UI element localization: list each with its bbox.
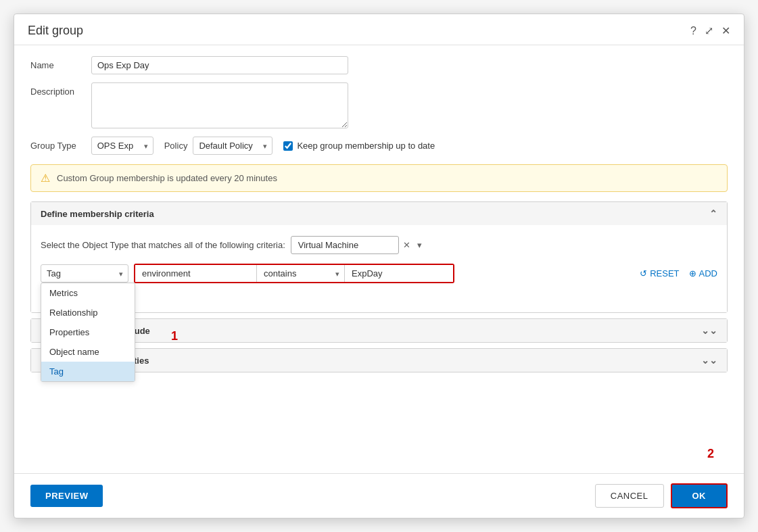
- description-label: Description: [30, 82, 91, 97]
- dialog-title: Edit group: [28, 24, 83, 38]
- object-type-select-wrapper: Virtual Machine ✕ ▾: [291, 236, 423, 254]
- dialog-footer: PREVIEW CANCEL OK: [14, 473, 744, 518]
- footer-right: CANCEL OK: [595, 483, 728, 508]
- group-type-select[interactable]: OPS Exp: [91, 137, 153, 155]
- assign-custom-chevron: ⌄⌄: [701, 355, 717, 366]
- ok-label: OK: [692, 491, 707, 501]
- define-criteria-panel: Define membership criteria ⌃ Select the …: [30, 201, 728, 313]
- define-criteria-header[interactable]: Define membership criteria ⌃: [31, 202, 727, 225]
- preview-label: PREVIEW: [45, 491, 88, 501]
- dropdown-item-relationship[interactable]: Relationship: [41, 303, 135, 322]
- cancel-button[interactable]: CANCEL: [595, 484, 664, 508]
- warning-banner: ⚠ Custom Group membership is updated eve…: [30, 164, 728, 192]
- criteria-contains-select[interactable]: contains equals starts with: [257, 265, 345, 282]
- object-type-controls: ✕ ▾: [402, 240, 423, 250]
- policy-select[interactable]: Default Policy: [193, 137, 273, 155]
- object-type-select[interactable]: Virtual Machine: [291, 236, 399, 254]
- ok-button[interactable]: OK: [671, 483, 728, 508]
- criteria-inner: contains equals starts with: [134, 264, 454, 283]
- warning-icon: ⚠: [41, 172, 50, 185]
- annotation-1: 1: [171, 329, 178, 343]
- dropdown-item-metrics[interactable]: Metrics: [41, 283, 135, 303]
- objects-exclude-chevron: ⌄⌄: [701, 325, 717, 336]
- group-type-label: Group Type: [30, 141, 76, 151]
- dropdown-item-properties[interactable]: Properties: [41, 322, 135, 342]
- keep-membership-label[interactable]: Keep group membership up to date: [283, 141, 435, 151]
- keep-membership-text: Keep group membership up to date: [297, 141, 435, 151]
- add-icon: ⊕: [689, 268, 696, 279]
- warning-text: Custom Group membership is updated every…: [57, 173, 277, 183]
- criteria-row: Tag Metrics Relationship Properties Obje…: [41, 264, 717, 283]
- dialog-header: Edit group ? ⤢ ✕: [14, 14, 744, 45]
- or-add-row: ⊕ OR ⊕ A SET: [41, 291, 717, 301]
- policy-section: Policy Default Policy: [164, 137, 273, 155]
- add-button[interactable]: ⊕ ADD: [689, 268, 717, 279]
- reset-icon: ↺: [640, 268, 647, 279]
- help-icon[interactable]: ?: [690, 25, 696, 37]
- expand-icon[interactable]: ⤢: [705, 24, 713, 37]
- dropdown-object-type-btn[interactable]: ▾: [416, 240, 423, 250]
- group-type-select-wrapper: OPS Exp: [91, 137, 153, 155]
- group-type-row: Group Type OPS Exp Policy Default Policy…: [30, 137, 728, 155]
- edit-group-dialog: Edit group ? ⤢ ✕ Name Description Group …: [14, 14, 744, 518]
- close-icon[interactable]: ✕: [721, 24, 730, 37]
- dropdown-item-object-name[interactable]: Object name: [41, 342, 135, 362]
- reset-button[interactable]: ↺ RESET: [640, 268, 679, 279]
- dropdown-item-tag[interactable]: Tag: [41, 362, 135, 381]
- reset-label: RESET: [650, 268, 679, 279]
- policy-select-wrapper: Default Policy: [193, 137, 273, 155]
- dialog-header-icons: ? ⤢ ✕: [690, 24, 730, 37]
- clear-object-type-btn[interactable]: ✕: [402, 240, 412, 250]
- define-criteria-body: Select the Object Type that matches all …: [31, 225, 727, 312]
- criteria-value-input[interactable]: [345, 265, 453, 282]
- description-textarea[interactable]: [91, 82, 348, 128]
- criteria-contains-wrapper: contains equals starts with: [257, 265, 345, 282]
- criteria-environment-input[interactable]: [135, 265, 257, 282]
- define-criteria-chevron: ⌃: [709, 208, 717, 219]
- name-input[interactable]: [91, 56, 348, 74]
- name-row: Name: [30, 56, 728, 74]
- tag-select-wrapper: Tag Metrics Relationship Properties Obje…: [41, 264, 128, 283]
- define-criteria-title: Define membership criteria: [41, 209, 154, 219]
- object-type-row: Select the Object Type that matches all …: [41, 236, 717, 254]
- annotation-2: 2: [707, 447, 714, 461]
- add-label: ADD: [699, 268, 717, 279]
- dialog-body: Name Description Group Type OPS Exp Poli…: [14, 45, 744, 473]
- objects-exclude-header[interactable]: Objects to always exclude ⌄⌄: [31, 319, 727, 342]
- tag-dropdown-menu: Metrics Relationship Properties Object n…: [41, 283, 135, 382]
- criteria-actions: ↺ RESET ⊕ ADD: [640, 268, 717, 279]
- description-row: Description: [30, 82, 728, 128]
- keep-membership-checkbox[interactable]: [283, 141, 293, 151]
- name-label: Name: [30, 56, 91, 70]
- policy-label: Policy: [164, 141, 188, 151]
- assign-custom-header[interactable]: Assign custom properties ⌄⌄: [31, 349, 727, 372]
- object-type-label: Select the Object Type that matches all …: [41, 240, 285, 250]
- cancel-label: CANCEL: [611, 491, 648, 501]
- preview-button[interactable]: PREVIEW: [30, 485, 103, 507]
- tag-select[interactable]: Tag Metrics Relationship Properties Obje…: [41, 264, 128, 283]
